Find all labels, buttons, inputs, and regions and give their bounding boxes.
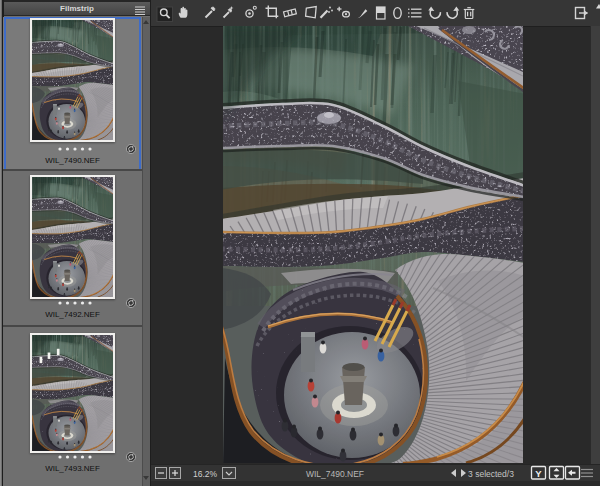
svg-text:16.2%: 16.2%	[193, 469, 218, 479]
svg-text:3 selected/3: 3 selected/3	[468, 469, 514, 479]
svg-text:Y: Y	[535, 468, 542, 479]
svg-text:WIL_7490.NEF: WIL_7490.NEF	[306, 469, 364, 479]
